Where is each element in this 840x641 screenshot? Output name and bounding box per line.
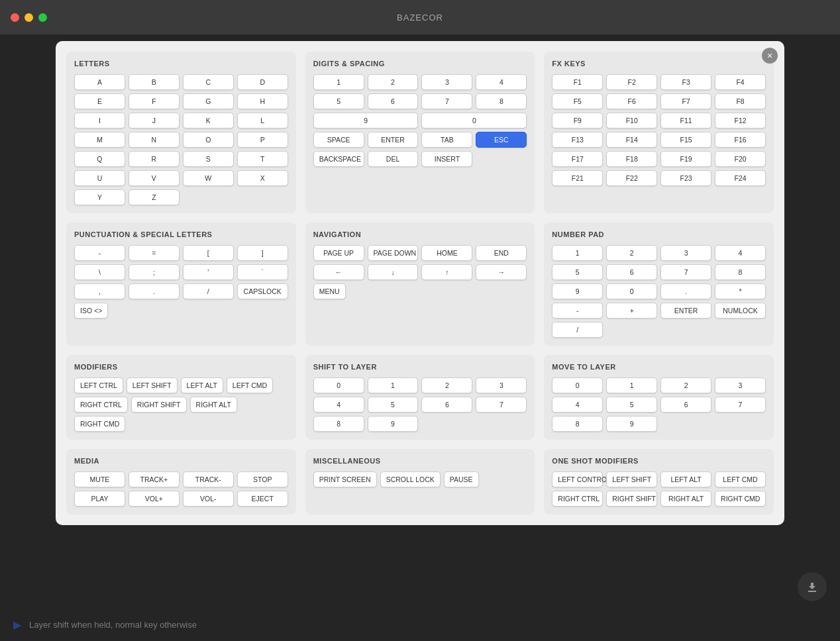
shift-layer-5[interactable]: 5	[368, 397, 419, 413]
oneshot-left-shift[interactable]: LEFT SHIFT	[606, 471, 657, 487]
key-right-alt[interactable]: RIGHT ALT	[190, 397, 237, 413]
close-dot[interactable]	[11, 13, 19, 22]
numpad-minus[interactable]: -	[552, 303, 603, 319]
key-vol-up[interactable]: VOL+	[129, 491, 180, 507]
key-arrow-left[interactable]: ←	[313, 264, 364, 280]
key-backspace[interactable]: BACKSPACE	[313, 151, 364, 167]
numpad-plus[interactable]: +	[606, 303, 657, 319]
key-enter[interactable]: ENTER	[368, 132, 419, 148]
key-lbracket[interactable]: [	[183, 245, 234, 261]
key-track-next[interactable]: TRACK+	[129, 471, 180, 487]
key-f11[interactable]: F11	[660, 113, 711, 128]
key-8[interactable]: 8	[476, 93, 527, 109]
numpad-multiply[interactable]: *	[715, 283, 766, 299]
key-d[interactable]: D	[237, 74, 288, 90]
key-right-ctrl[interactable]: RIGHT CTRL	[74, 397, 128, 413]
key-del[interactable]: DEL	[368, 151, 419, 167]
key-5[interactable]: 5	[313, 93, 364, 109]
move-layer-6[interactable]: 6	[660, 397, 711, 413]
numpad-enter[interactable]: ENTER	[660, 303, 711, 319]
key-scroll-lock[interactable]: SCROLL LOCK	[380, 471, 441, 487]
key-f17[interactable]: F17	[552, 151, 603, 167]
key-home[interactable]: HOME	[421, 245, 472, 261]
key-right-cmd[interactable]: RIGHT CMD	[74, 416, 125, 432]
key-insert[interactable]: INSERT	[421, 151, 472, 167]
key-esc[interactable]: ESC	[476, 132, 527, 148]
oneshot-right-ctrl[interactable]: RIGHT CTRL	[552, 491, 603, 507]
key-quote[interactable]: '	[183, 264, 234, 280]
key-2[interactable]: 2	[368, 74, 419, 90]
key-7[interactable]: 7	[421, 93, 472, 109]
key-q[interactable]: Q	[74, 151, 125, 167]
key-e[interactable]: E	[74, 93, 125, 109]
key-j[interactable]: J	[129, 113, 180, 128]
key-left-ctrl[interactable]: LEFT CTRL	[74, 377, 123, 393]
key-print-screen[interactable]: PRINT SCREEN	[313, 471, 377, 487]
key-arrow-up[interactable]: ↑	[421, 264, 472, 280]
key-play[interactable]: PLAY	[74, 491, 125, 507]
numpad-dot[interactable]: .	[660, 283, 711, 299]
key-v[interactable]: V	[129, 170, 180, 186]
oneshot-right-alt[interactable]: RIGHT ALT	[660, 491, 711, 507]
key-backtick[interactable]: `	[237, 264, 288, 280]
key-vol-down[interactable]: VOL-	[183, 491, 234, 507]
key-m[interactable]: M	[74, 132, 125, 148]
key-f8[interactable]: F8	[715, 93, 766, 109]
key-arrow-right[interactable]: →	[476, 264, 527, 280]
key-s[interactable]: S	[183, 151, 234, 167]
key-iso[interactable]: ISO <>	[74, 303, 108, 319]
key-pagedown[interactable]: PAGE DOWN	[368, 245, 419, 261]
key-f5[interactable]: F5	[552, 93, 603, 109]
shift-layer-6[interactable]: 6	[421, 397, 472, 413]
key-f12[interactable]: F12	[715, 113, 766, 128]
key-semicolon[interactable]: ;	[129, 264, 180, 280]
numpad-8[interactable]: 8	[715, 264, 766, 280]
key-f7[interactable]: F7	[660, 93, 711, 109]
shift-layer-0[interactable]: 0	[313, 377, 364, 393]
numpad-slash[interactable]: /	[552, 322, 603, 338]
oneshot-left-alt[interactable]: LEFT ALT	[660, 471, 711, 487]
key-z[interactable]: Z	[129, 189, 180, 205]
key-f18[interactable]: F18	[606, 151, 657, 167]
key-k[interactable]: K	[183, 113, 234, 128]
oneshot-right-cmd[interactable]: RIGHT CMD	[715, 491, 766, 507]
move-layer-0[interactable]: 0	[552, 377, 603, 393]
key-f6[interactable]: F6	[606, 93, 657, 109]
key-0[interactable]: 0	[421, 113, 527, 128]
key-f2[interactable]: F2	[606, 74, 657, 90]
key-mute[interactable]: MUTE	[74, 471, 125, 487]
key-pause[interactable]: PAUSE	[444, 471, 479, 487]
key-p[interactable]: P	[237, 132, 288, 148]
shift-layer-1[interactable]: 1	[368, 377, 419, 393]
numpad-7[interactable]: 7	[660, 264, 711, 280]
numpad-numlock[interactable]: NUMLOCK	[715, 303, 766, 319]
shift-layer-8[interactable]: 8	[313, 416, 364, 432]
key-i[interactable]: I	[74, 113, 125, 128]
key-f14[interactable]: F14	[606, 132, 657, 148]
numpad-0[interactable]: 0	[606, 283, 657, 299]
key-f23[interactable]: F23	[660, 170, 711, 186]
move-layer-7[interactable]: 7	[715, 397, 766, 413]
key-f24[interactable]: F24	[715, 170, 766, 186]
key-f10[interactable]: F10	[606, 113, 657, 128]
move-layer-9[interactable]: 9	[606, 416, 657, 432]
oneshot-left-cmd[interactable]: LEFT CMD	[715, 471, 766, 487]
numpad-4[interactable]: 4	[715, 245, 766, 261]
key-x[interactable]: X	[237, 170, 288, 186]
key-rbracket[interactable]: ]	[237, 245, 288, 261]
numpad-9[interactable]: 9	[552, 283, 603, 299]
move-layer-3[interactable]: 3	[715, 377, 766, 393]
key-f[interactable]: F	[129, 93, 180, 109]
key-f4[interactable]: F4	[715, 74, 766, 90]
numpad-1[interactable]: 1	[552, 245, 603, 261]
key-left-cmd[interactable]: LEFT CMD	[227, 377, 273, 393]
modal-close-button[interactable]: ×	[762, 48, 778, 64]
key-left-shift[interactable]: LEFT SHIFT	[127, 377, 178, 393]
key-c[interactable]: C	[183, 74, 234, 90]
key-comma[interactable]: ,	[74, 283, 125, 299]
oneshot-right-shift[interactable]: RIGHT SHIFT	[606, 491, 657, 507]
move-layer-1[interactable]: 1	[606, 377, 657, 393]
key-f9[interactable]: F9	[552, 113, 603, 128]
key-minus[interactable]: -	[74, 245, 125, 261]
key-h[interactable]: H	[237, 93, 288, 109]
